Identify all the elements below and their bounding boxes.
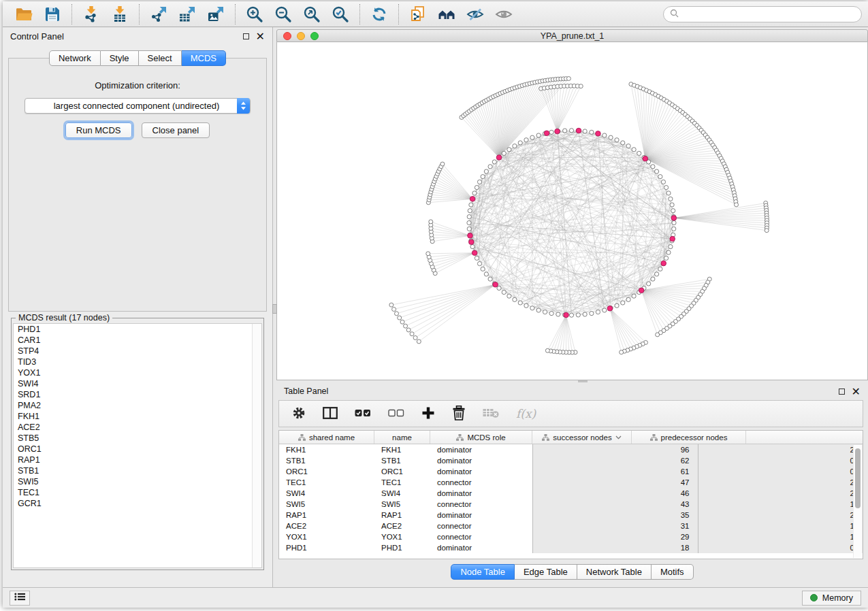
mcds-list-scrollbar[interactable]	[252, 324, 261, 567]
table-row[interactable]: SWI4SWI4dominator462	[279, 488, 863, 499]
vertical-splitter-handle[interactable]	[272, 304, 277, 314]
cell-predecessor-nodes: 2	[698, 488, 863, 499]
import-table-button[interactable]	[110, 4, 130, 24]
table-scrollbar[interactable]	[853, 445, 862, 558]
table-row[interactable]: ORC1ORC1dominator610	[279, 466, 863, 477]
mcds-result-item[interactable]: STB5	[14, 433, 261, 444]
criterion-select[interactable]: largest connected component (undirected)	[25, 98, 251, 114]
tab-motifs[interactable]: Motifs	[652, 564, 694, 580]
cell-shared-name: ORC1	[279, 466, 374, 477]
mcds-panel: Optimization criterion: largest connecte…	[8, 58, 267, 312]
zoom-selected-button[interactable]	[330, 4, 351, 24]
zoom-fit-button[interactable]	[302, 4, 322, 24]
delete-table-icon	[483, 408, 499, 420]
table-settings-button[interactable]	[292, 406, 306, 422]
cell-successor-nodes: 47	[532, 477, 698, 488]
network-graph[interactable]	[277, 42, 867, 380]
maximize-window-icon[interactable]	[310, 32, 319, 40]
column-header-predecessor-nodes[interactable]: predecessor nodes	[632, 431, 746, 444]
delete-column-button[interactable]	[452, 406, 466, 423]
memory-button[interactable]: Memory	[802, 591, 861, 606]
search-input[interactable]	[683, 10, 855, 19]
column-header-successor-nodes[interactable]: successor nodes	[532, 431, 632, 444]
cell-name: PHD1	[374, 542, 430, 553]
table-row[interactable]: RAP1RAP1dominator352	[279, 510, 863, 521]
minimize-window-icon[interactable]	[297, 32, 305, 40]
cell-mcds-role: dominator	[430, 455, 532, 466]
toolbar-separator	[359, 4, 360, 24]
network-window-titlebar[interactable]: YPA_prune.txt_1	[276, 29, 868, 42]
create-column-button[interactable]	[421, 406, 435, 422]
save-button[interactable]	[42, 4, 63, 24]
mcds-result-item[interactable]: PHD1	[14, 324, 261, 335]
cell-predecessor-nodes: 1	[698, 531, 863, 542]
horizontal-splitter[interactable]	[276, 380, 868, 382]
apply-layout-button[interactable]	[369, 4, 389, 24]
column-header-mcds-role[interactable]: MCDS role	[430, 431, 532, 444]
table-row[interactable]: SWI5SWI5connector431	[279, 499, 863, 510]
table-row[interactable]: FKH1FKH1dominator962	[279, 444, 863, 455]
tab-edge-table[interactable]: Edge Table	[515, 564, 577, 580]
hide-selected-button[interactable]	[465, 4, 485, 24]
zoom-out-button[interactable]	[273, 4, 293, 24]
mcds-result-item[interactable]: RAP1	[14, 455, 261, 465]
import-network-button[interactable]	[81, 4, 101, 24]
cell-shared-name: SWI4	[279, 488, 374, 499]
close-panel-button[interactable]: Close panel	[142, 122, 210, 138]
table-row[interactable]: STB1STB1dominator620	[279, 455, 863, 466]
cell-successor-nodes: 31	[532, 521, 698, 531]
close-panel-icon[interactable]: ✕	[852, 388, 861, 395]
tab-node-table[interactable]: Node Table	[451, 564, 515, 580]
export-network-button[interactable]	[148, 4, 169, 24]
mcds-result-item[interactable]: TID3	[14, 357, 261, 367]
float-panel-icon[interactable]	[243, 33, 249, 39]
tab-mcds[interactable]: MCDS	[182, 50, 226, 66]
mcds-result-item[interactable]: STB1	[14, 465, 261, 476]
export-image-button[interactable]	[206, 4, 226, 24]
mcds-result-item[interactable]: ACE2	[14, 422, 261, 433]
tab-style[interactable]: Style	[101, 50, 139, 66]
mcds-result-item[interactable]: CAR1	[14, 335, 261, 346]
unselect-all-columns-button[interactable]	[388, 409, 404, 419]
mcds-result-list: PHD1CAR1STP4TID3YOX1SWI4SRD1PMA2FKH1ACE2…	[13, 323, 262, 568]
mcds-result-item[interactable]: ORC1	[14, 444, 261, 455]
run-mcds-button[interactable]: Run MCDS	[65, 122, 132, 138]
tab-select[interactable]: Select	[139, 50, 182, 66]
mcds-result-item[interactable]: SRD1	[14, 389, 261, 400]
show-columns-button[interactable]	[323, 407, 338, 421]
table-row[interactable]: PHD1PHD1dominator180	[279, 542, 863, 553]
mcds-result-item[interactable]: TEC1	[14, 487, 261, 498]
mcds-result-item[interactable]: PMA2	[14, 400, 261, 411]
table-row[interactable]: ACE2ACE2connector311	[279, 521, 863, 531]
mcds-result-item[interactable]: STP4	[14, 346, 261, 357]
table-scrollbar-thumb[interactable]	[855, 448, 861, 508]
mcds-result-item[interactable]: GCR1	[14, 498, 261, 509]
mcds-result-group: MCDS result (17 nodes) PHD1CAR1STP4TID3Y…	[11, 318, 264, 570]
search-field[interactable]	[663, 6, 862, 22]
cell-shared-name: TEC1	[279, 477, 374, 488]
first-neighbors-button[interactable]	[436, 4, 457, 24]
task-history-button[interactable]	[10, 591, 30, 606]
open-button[interactable]	[14, 4, 34, 24]
mcds-result-item[interactable]: FKH1	[14, 411, 261, 422]
close-panel-icon[interactable]: ✕	[256, 33, 265, 40]
mcds-result-item[interactable]: YOX1	[14, 367, 261, 378]
select-all-columns-button[interactable]	[355, 409, 371, 419]
zoom-in-button[interactable]	[244, 4, 265, 24]
cell-shared-name: STB1	[279, 455, 374, 466]
show-all-button[interactable]	[494, 4, 514, 24]
float-panel-icon[interactable]	[839, 389, 845, 395]
mcds-result-item[interactable]: SWI4	[14, 378, 261, 389]
mcds-result-item[interactable]: SWI5	[14, 476, 261, 487]
tab-network-table[interactable]: Network Table	[577, 564, 652, 580]
cell-shared-name: RAP1	[279, 510, 374, 521]
close-window-icon[interactable]	[283, 32, 291, 40]
table-row[interactable]: TEC1TEC1connector472	[279, 477, 863, 488]
export-table-button[interactable]	[177, 4, 197, 24]
column-header-shared-name[interactable]: shared name	[279, 431, 374, 444]
tab-network[interactable]: Network	[49, 50, 101, 66]
column-header-name[interactable]: name	[374, 431, 430, 444]
function-builder-button: f(x)	[516, 407, 536, 420]
table-row[interactable]: YOX1YOX1connector291	[279, 531, 863, 542]
duplicate-network-button[interactable]	[408, 4, 428, 24]
